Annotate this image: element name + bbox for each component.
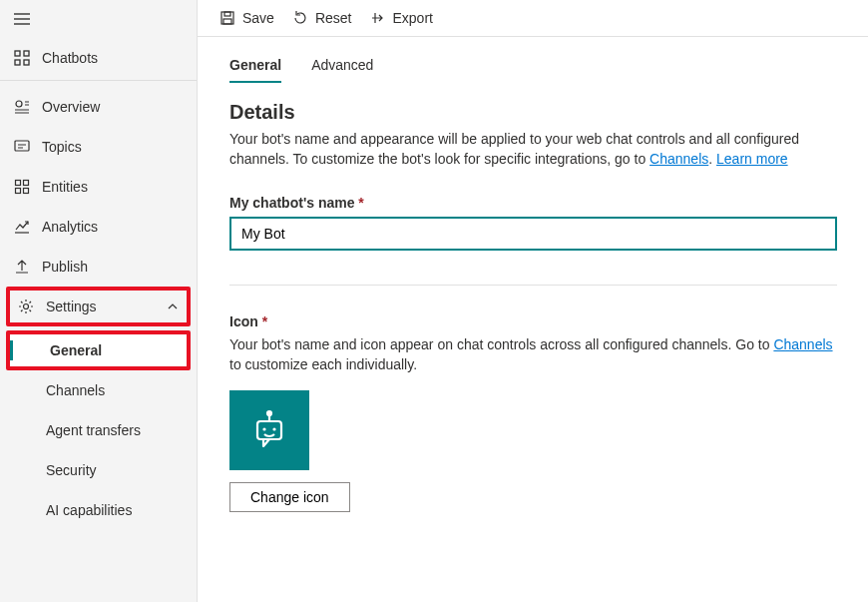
sidebar-sub-channels[interactable]: Channels bbox=[0, 370, 197, 410]
svg-point-19 bbox=[267, 411, 271, 415]
sidebar-sub-general[interactable]: General bbox=[10, 334, 187, 366]
entities-icon bbox=[14, 179, 30, 195]
svg-rect-16 bbox=[223, 19, 231, 24]
chatbot-name-input[interactable] bbox=[229, 217, 837, 251]
export-button[interactable]: Export bbox=[370, 10, 433, 26]
reset-label: Reset bbox=[315, 10, 352, 26]
chevron-up-icon bbox=[167, 301, 179, 312]
publish-icon bbox=[14, 259, 30, 275]
sidebar-item-entities[interactable]: Entities bbox=[0, 167, 197, 207]
details-description: Your bot's name and appearance will be a… bbox=[229, 130, 837, 169]
sidebar-item-overview[interactable]: Overview bbox=[0, 87, 197, 127]
svg-rect-9 bbox=[16, 181, 21, 186]
gear-icon bbox=[18, 299, 34, 314]
analytics-icon bbox=[14, 219, 30, 235]
nav-label: Settings bbox=[46, 299, 155, 314]
tab-advanced[interactable]: Advanced bbox=[311, 57, 373, 83]
sidebar-item-settings[interactable]: Settings bbox=[10, 291, 187, 322]
nav-sub-label: General bbox=[50, 342, 102, 358]
svg-point-21 bbox=[272, 428, 275, 431]
save-button[interactable]: Save bbox=[219, 10, 274, 26]
svg-rect-5 bbox=[15, 60, 20, 65]
svg-point-20 bbox=[262, 428, 265, 431]
nav-label: Publish bbox=[42, 259, 183, 275]
nav-sub-label: Agent transfers bbox=[46, 422, 141, 438]
tab-general[interactable]: General bbox=[229, 57, 281, 83]
divider bbox=[229, 285, 837, 286]
svg-rect-4 bbox=[24, 51, 29, 56]
hamburger-icon[interactable] bbox=[14, 13, 30, 25]
learn-more-link[interactable]: Learn more bbox=[716, 151, 788, 167]
save-icon bbox=[219, 10, 235, 26]
nav-label: Analytics bbox=[42, 219, 183, 235]
svg-point-7 bbox=[16, 101, 22, 107]
icon-field-label: Icon * bbox=[229, 313, 837, 329]
bot-icon bbox=[247, 408, 291, 452]
svg-rect-10 bbox=[24, 181, 29, 186]
sidebar-sub-ai-capabilities[interactable]: AI capabilities bbox=[0, 490, 197, 530]
sidebar: Chatbots Overview Topics Entities Analyt… bbox=[0, 0, 198, 602]
change-icon-button[interactable]: Change icon bbox=[229, 482, 350, 512]
nav-sub-label: AI capabilities bbox=[46, 502, 132, 518]
svg-rect-15 bbox=[224, 12, 230, 16]
tabs: General Advanced bbox=[229, 57, 837, 83]
svg-rect-8 bbox=[15, 141, 29, 151]
general-highlight: General bbox=[6, 330, 191, 370]
nav-sub-label: Security bbox=[46, 462, 97, 478]
name-field-label: My chatbot's name * bbox=[229, 195, 837, 211]
svg-point-13 bbox=[24, 304, 29, 309]
export-icon bbox=[370, 10, 386, 26]
svg-rect-3 bbox=[15, 51, 20, 56]
toolbar: Save Reset Export bbox=[198, 0, 868, 37]
sidebar-item-publish[interactable]: Publish bbox=[0, 247, 197, 287]
settings-highlight: Settings bbox=[6, 287, 191, 326]
main: Save Reset Export General Advanced Detai… bbox=[198, 0, 868, 602]
sidebar-item-analytics[interactable]: Analytics bbox=[0, 207, 197, 247]
bot-icon-preview bbox=[229, 390, 309, 470]
save-label: Save bbox=[242, 10, 274, 26]
nav-label: Entities bbox=[42, 179, 183, 195]
reset-button[interactable]: Reset bbox=[292, 10, 352, 26]
sidebar-item-topics[interactable]: Topics bbox=[0, 127, 197, 167]
reset-icon bbox=[292, 10, 308, 26]
nav-sub-label: Channels bbox=[46, 382, 105, 398]
topics-icon bbox=[14, 139, 30, 155]
sidebar-sub-security[interactable]: Security bbox=[0, 450, 197, 490]
sidebar-chatbots-label: Chatbots bbox=[42, 50, 98, 66]
icon-description: Your bot's name and icon appear on chat … bbox=[229, 335, 837, 374]
nav-label: Topics bbox=[42, 139, 183, 155]
svg-rect-6 bbox=[24, 60, 29, 65]
svg-rect-12 bbox=[24, 189, 29, 194]
export-label: Export bbox=[393, 10, 433, 26]
nav-label: Overview bbox=[42, 99, 183, 115]
grid-icon bbox=[14, 50, 30, 66]
required-indicator: * bbox=[262, 313, 267, 329]
sidebar-sub-agent-transfers[interactable]: Agent transfers bbox=[0, 410, 197, 450]
svg-rect-11 bbox=[16, 189, 21, 194]
details-title: Details bbox=[229, 101, 837, 124]
channels-link-2[interactable]: Channels bbox=[773, 336, 832, 352]
sidebar-item-chatbots[interactable]: Chatbots bbox=[0, 38, 197, 81]
channels-link[interactable]: Channels bbox=[650, 151, 708, 167]
required-indicator: * bbox=[358, 195, 363, 211]
overview-icon bbox=[14, 99, 30, 115]
